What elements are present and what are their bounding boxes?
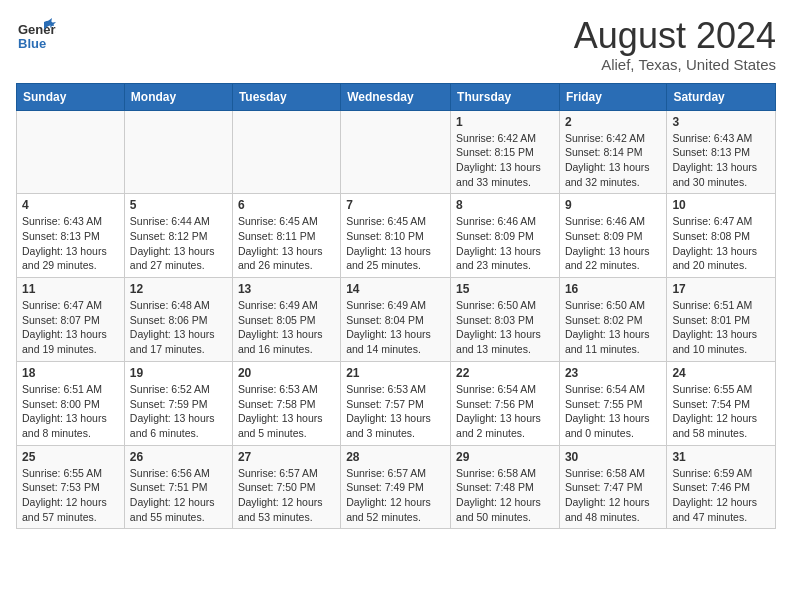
day-info: Sunrise: 6:46 AMSunset: 8:09 PMDaylight:…	[565, 214, 661, 273]
weekday-header-cell: Friday	[559, 83, 666, 110]
calendar-day-cell: 13Sunrise: 6:49 AMSunset: 8:05 PMDayligh…	[232, 278, 340, 362]
calendar-day-cell: 24Sunrise: 6:55 AMSunset: 7:54 PMDayligh…	[667, 361, 776, 445]
day-number: 9	[565, 198, 661, 212]
calendar-day-cell: 22Sunrise: 6:54 AMSunset: 7:56 PMDayligh…	[451, 361, 560, 445]
day-number: 11	[22, 282, 119, 296]
day-number: 1	[456, 115, 554, 129]
day-number: 16	[565, 282, 661, 296]
calendar-week-row: 18Sunrise: 6:51 AMSunset: 8:00 PMDayligh…	[17, 361, 776, 445]
calendar-day-cell: 14Sunrise: 6:49 AMSunset: 8:04 PMDayligh…	[341, 278, 451, 362]
day-info: Sunrise: 6:50 AMSunset: 8:02 PMDaylight:…	[565, 298, 661, 357]
calendar-day-cell: 7Sunrise: 6:45 AMSunset: 8:10 PMDaylight…	[341, 194, 451, 278]
calendar-day-cell: 15Sunrise: 6:50 AMSunset: 8:03 PMDayligh…	[451, 278, 560, 362]
day-info: Sunrise: 6:49 AMSunset: 8:05 PMDaylight:…	[238, 298, 335, 357]
day-number: 29	[456, 450, 554, 464]
calendar-day-cell: 5Sunrise: 6:44 AMSunset: 8:12 PMDaylight…	[124, 194, 232, 278]
day-info: Sunrise: 6:42 AMSunset: 8:15 PMDaylight:…	[456, 131, 554, 190]
calendar-day-cell: 28Sunrise: 6:57 AMSunset: 7:49 PMDayligh…	[341, 445, 451, 529]
day-info: Sunrise: 6:58 AMSunset: 7:48 PMDaylight:…	[456, 466, 554, 525]
day-info: Sunrise: 6:51 AMSunset: 8:00 PMDaylight:…	[22, 382, 119, 441]
day-number: 23	[565, 366, 661, 380]
day-number: 26	[130, 450, 227, 464]
calendar-day-cell: 30Sunrise: 6:58 AMSunset: 7:47 PMDayligh…	[559, 445, 666, 529]
weekday-header-cell: Monday	[124, 83, 232, 110]
day-number: 17	[672, 282, 770, 296]
calendar-day-cell: 29Sunrise: 6:58 AMSunset: 7:48 PMDayligh…	[451, 445, 560, 529]
day-number: 4	[22, 198, 119, 212]
calendar-day-cell: 16Sunrise: 6:50 AMSunset: 8:02 PMDayligh…	[559, 278, 666, 362]
day-info: Sunrise: 6:47 AMSunset: 8:07 PMDaylight:…	[22, 298, 119, 357]
day-info: Sunrise: 6:42 AMSunset: 8:14 PMDaylight:…	[565, 131, 661, 190]
calendar-day-cell: 27Sunrise: 6:57 AMSunset: 7:50 PMDayligh…	[232, 445, 340, 529]
calendar-day-cell: 20Sunrise: 6:53 AMSunset: 7:58 PMDayligh…	[232, 361, 340, 445]
day-info: Sunrise: 6:44 AMSunset: 8:12 PMDaylight:…	[130, 214, 227, 273]
day-number: 15	[456, 282, 554, 296]
calendar-day-cell: 2Sunrise: 6:42 AMSunset: 8:14 PMDaylight…	[559, 110, 666, 194]
logo: General Blue	[16, 16, 56, 60]
weekday-header-cell: Tuesday	[232, 83, 340, 110]
day-info: Sunrise: 6:49 AMSunset: 8:04 PMDaylight:…	[346, 298, 445, 357]
day-number: 2	[565, 115, 661, 129]
calendar-week-row: 25Sunrise: 6:55 AMSunset: 7:53 PMDayligh…	[17, 445, 776, 529]
day-number: 12	[130, 282, 227, 296]
day-number: 22	[456, 366, 554, 380]
day-number: 8	[456, 198, 554, 212]
day-number: 14	[346, 282, 445, 296]
day-number: 5	[130, 198, 227, 212]
calendar-day-cell: 3Sunrise: 6:43 AMSunset: 8:13 PMDaylight…	[667, 110, 776, 194]
day-info: Sunrise: 6:53 AMSunset: 7:57 PMDaylight:…	[346, 382, 445, 441]
calendar-day-cell	[232, 110, 340, 194]
calendar-week-row: 11Sunrise: 6:47 AMSunset: 8:07 PMDayligh…	[17, 278, 776, 362]
day-number: 6	[238, 198, 335, 212]
day-info: Sunrise: 6:45 AMSunset: 8:10 PMDaylight:…	[346, 214, 445, 273]
calendar-day-cell: 26Sunrise: 6:56 AMSunset: 7:51 PMDayligh…	[124, 445, 232, 529]
day-info: Sunrise: 6:54 AMSunset: 7:56 PMDaylight:…	[456, 382, 554, 441]
calendar-day-cell: 9Sunrise: 6:46 AMSunset: 8:09 PMDaylight…	[559, 194, 666, 278]
day-info: Sunrise: 6:46 AMSunset: 8:09 PMDaylight:…	[456, 214, 554, 273]
calendar-day-cell: 12Sunrise: 6:48 AMSunset: 8:06 PMDayligh…	[124, 278, 232, 362]
day-info: Sunrise: 6:55 AMSunset: 7:53 PMDaylight:…	[22, 466, 119, 525]
svg-text:Blue: Blue	[18, 36, 46, 51]
day-info: Sunrise: 6:47 AMSunset: 8:08 PMDaylight:…	[672, 214, 770, 273]
day-info: Sunrise: 6:57 AMSunset: 7:49 PMDaylight:…	[346, 466, 445, 525]
day-info: Sunrise: 6:59 AMSunset: 7:46 PMDaylight:…	[672, 466, 770, 525]
calendar-day-cell: 25Sunrise: 6:55 AMSunset: 7:53 PMDayligh…	[17, 445, 125, 529]
calendar-week-row: 1Sunrise: 6:42 AMSunset: 8:15 PMDaylight…	[17, 110, 776, 194]
calendar-day-cell: 4Sunrise: 6:43 AMSunset: 8:13 PMDaylight…	[17, 194, 125, 278]
weekday-header-cell: Saturday	[667, 83, 776, 110]
day-info: Sunrise: 6:55 AMSunset: 7:54 PMDaylight:…	[672, 382, 770, 441]
day-info: Sunrise: 6:58 AMSunset: 7:47 PMDaylight:…	[565, 466, 661, 525]
calendar-week-row: 4Sunrise: 6:43 AMSunset: 8:13 PMDaylight…	[17, 194, 776, 278]
day-number: 10	[672, 198, 770, 212]
day-number: 19	[130, 366, 227, 380]
calendar-day-cell: 21Sunrise: 6:53 AMSunset: 7:57 PMDayligh…	[341, 361, 451, 445]
weekday-header-cell: Thursday	[451, 83, 560, 110]
day-info: Sunrise: 6:52 AMSunset: 7:59 PMDaylight:…	[130, 382, 227, 441]
calendar-day-cell: 17Sunrise: 6:51 AMSunset: 8:01 PMDayligh…	[667, 278, 776, 362]
calendar-day-cell: 18Sunrise: 6:51 AMSunset: 8:00 PMDayligh…	[17, 361, 125, 445]
day-number: 7	[346, 198, 445, 212]
calendar-day-cell: 31Sunrise: 6:59 AMSunset: 7:46 PMDayligh…	[667, 445, 776, 529]
day-info: Sunrise: 6:57 AMSunset: 7:50 PMDaylight:…	[238, 466, 335, 525]
logo-mark: General Blue	[16, 16, 56, 60]
day-number: 18	[22, 366, 119, 380]
weekday-header-cell: Sunday	[17, 83, 125, 110]
weekday-header-row: SundayMondayTuesdayWednesdayThursdayFrid…	[17, 83, 776, 110]
day-number: 20	[238, 366, 335, 380]
calendar-day-cell: 23Sunrise: 6:54 AMSunset: 7:55 PMDayligh…	[559, 361, 666, 445]
day-info: Sunrise: 6:43 AMSunset: 8:13 PMDaylight:…	[22, 214, 119, 273]
day-info: Sunrise: 6:56 AMSunset: 7:51 PMDaylight:…	[130, 466, 227, 525]
day-info: Sunrise: 6:43 AMSunset: 8:13 PMDaylight:…	[672, 131, 770, 190]
day-number: 31	[672, 450, 770, 464]
calendar-day-cell	[17, 110, 125, 194]
calendar-body: 1Sunrise: 6:42 AMSunset: 8:15 PMDaylight…	[17, 110, 776, 529]
day-number: 21	[346, 366, 445, 380]
calendar-day-cell: 11Sunrise: 6:47 AMSunset: 8:07 PMDayligh…	[17, 278, 125, 362]
calendar-day-cell: 8Sunrise: 6:46 AMSunset: 8:09 PMDaylight…	[451, 194, 560, 278]
calendar-day-cell: 1Sunrise: 6:42 AMSunset: 8:15 PMDaylight…	[451, 110, 560, 194]
page-header: General Blue August 2024 Alief, Texas, U…	[16, 16, 776, 73]
day-info: Sunrise: 6:48 AMSunset: 8:06 PMDaylight:…	[130, 298, 227, 357]
day-info: Sunrise: 6:45 AMSunset: 8:11 PMDaylight:…	[238, 214, 335, 273]
month-year-title: August 2024	[574, 16, 776, 56]
day-number: 3	[672, 115, 770, 129]
